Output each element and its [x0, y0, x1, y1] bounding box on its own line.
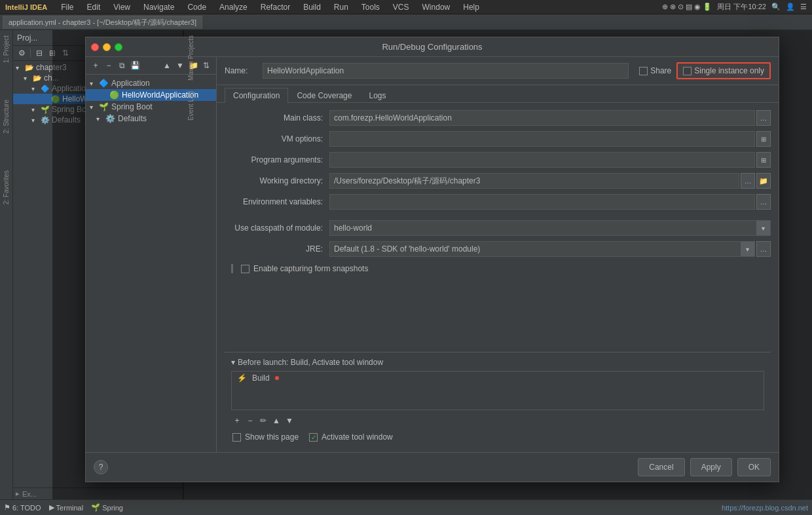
share-checkbox[interactable]	[639, 67, 648, 75]
program-args-expand-btn[interactable]: ⊞	[756, 152, 771, 168]
form-snapshots-label: Enable capturing form snapshots	[253, 264, 368, 273]
search-icon[interactable]: 🔍	[771, 3, 781, 11]
single-instance-checkbox[interactable]	[683, 67, 692, 75]
apply-button[interactable]: Apply	[690, 458, 732, 476]
program-args-row: Program arguments: ⊞	[225, 151, 771, 168]
menu-analyze[interactable]: Analyze	[217, 2, 249, 12]
working-dir-label: Working directory:	[225, 176, 329, 185]
menu-edit[interactable]: Edit	[85, 2, 103, 12]
dialog-footer: ? Cancel Apply OK	[86, 452, 779, 482]
build-icon: ⚡	[237, 373, 247, 383]
classpath-module-select[interactable]: hello-world	[329, 220, 771, 236]
menu-code[interactable]: Code	[185, 2, 208, 12]
classpath-module-select-wrapper: hello-world ▾	[329, 220, 771, 236]
project-tab[interactable]: 1: Project	[1, 30, 11, 68]
move-down-btn[interactable]: ▼	[174, 60, 186, 71]
before-launch-remove-btn[interactable]: −	[244, 415, 256, 427]
menu-icon[interactable]: ☰	[800, 3, 807, 11]
config-item-helloworldapplication[interactable]: 🟢 HelloWorldApplication	[86, 89, 216, 101]
name-input[interactable]	[263, 63, 629, 79]
activate-tool-checkbox[interactable]: ✓	[309, 433, 318, 442]
vm-options-label: VM options:	[225, 134, 329, 143]
vm-options-expand-btn[interactable]: ⊞	[756, 131, 771, 147]
tab-code-coverage[interactable]: Code Coverage	[288, 88, 360, 103]
before-launch-down-btn[interactable]: ▼	[284, 415, 295, 427]
minimize-button[interactable]	[103, 43, 111, 51]
menu-refactor[interactable]: Refactor	[259, 2, 292, 12]
ok-button[interactable]: OK	[737, 458, 771, 476]
maven-projects-tab[interactable]: Maven Projects	[186, 30, 196, 86]
menu-window[interactable]: Window	[420, 2, 452, 12]
activate-tool-label: Activate tool window	[322, 432, 393, 442]
menu-build[interactable]: Build	[301, 2, 323, 12]
config-tabs: Configuration Code Coverage Logs	[217, 85, 779, 103]
menu-view[interactable]: View	[111, 2, 132, 12]
config-item-springboot[interactable]: ▾ 🌱 Spring Boot	[86, 101, 216, 113]
favorites-tab[interactable]: 2: Favorites	[1, 165, 11, 210]
toolbar-collapse-btn[interactable]: ⊟	[33, 47, 45, 59]
jre-browse-btn[interactable]: …	[756, 241, 771, 257]
cancel-button[interactable]: Cancel	[638, 458, 684, 476]
vm-options-input[interactable]	[329, 131, 755, 147]
dialog-overlay: Run/Debug Configurations + − ⧉ 💾 ▲ ▼ 📁	[52, 30, 812, 499]
save-config-btn[interactable]: 💾	[129, 60, 141, 71]
add-config-btn[interactable]: +	[90, 60, 101, 71]
working-dir-browse-btn[interactable]: …	[741, 173, 755, 189]
dialog-title: Run/Debug Configurations	[382, 42, 482, 52]
menu-run[interactable]: Run	[332, 2, 350, 12]
single-instance-label: Single instance only	[694, 66, 764, 75]
close-button[interactable]	[91, 43, 99, 51]
activate-tool-area: ✓ Activate tool window	[309, 432, 393, 442]
terminal-tab[interactable]: ▶ Terminal	[49, 503, 84, 512]
config-form: Main class: … VM options: ⊞ Progra	[217, 103, 779, 452]
toolbar-settings-btn[interactable]: ⚙	[16, 47, 28, 59]
before-launch-add-btn[interactable]: +	[231, 415, 243, 427]
todo-tab[interactable]: ⚑ 6: TODO	[4, 503, 41, 512]
env-vars-input[interactable]	[329, 194, 755, 210]
jre-select[interactable]: Default (1.8 - SDK of 'hello-world' modu…	[329, 241, 755, 257]
name-row: Name: Share Single instance only	[217, 57, 779, 85]
tab-bar: application.yml - chapter3 - [~/Desktop/…	[0, 14, 812, 30]
copy-config-btn[interactable]: ⧉	[116, 60, 128, 71]
working-dir-input[interactable]	[329, 173, 739, 189]
env-vars-browse-btn[interactable]: …	[756, 194, 771, 210]
config-item-application[interactable]: ▾ 🔷 Application	[86, 77, 216, 89]
move-up-btn[interactable]: ▲	[161, 60, 173, 71]
show-page-checkbox[interactable]	[232, 433, 241, 442]
spring-icon: 🌱	[91, 503, 100, 512]
menu-help[interactable]: Help	[461, 2, 481, 12]
event-log-tab[interactable]: Event Log	[186, 86, 196, 126]
structure-tab[interactable]: 2: Structure	[1, 94, 11, 139]
before-launch-up-btn[interactable]: ▲	[270, 415, 282, 427]
menu-file[interactable]: File	[59, 2, 75, 12]
before-launch-section: ▾ Before launch: Build, Activate tool wi…	[225, 352, 771, 429]
before-launch-edit-btn[interactable]: ✏	[257, 415, 269, 427]
program-args-input[interactable]	[329, 152, 755, 168]
working-dir-folder-btn[interactable]: 📁	[756, 173, 771, 189]
sort-btn[interactable]: ⇅	[200, 60, 212, 71]
remove-config-btn[interactable]: −	[103, 60, 115, 71]
menu-navigate[interactable]: Navigate	[141, 2, 176, 12]
config-list: + − ⧉ 💾 ▲ ▼ 📁 ⇅ ▾ 🔷 App	[86, 57, 217, 452]
spring-tab[interactable]: 🌱 Spring	[91, 503, 123, 512]
maximize-button[interactable]	[115, 43, 122, 51]
menu-tools[interactable]: Tools	[360, 2, 382, 12]
spring-label: Spring	[102, 504, 123, 512]
form-snapshots-checkbox[interactable]	[241, 265, 249, 273]
config-item-defaults[interactable]: ▾ ⚙️ Defaults	[86, 113, 216, 124]
main-class-input[interactable]	[329, 110, 755, 126]
tab-configuration[interactable]: Configuration	[225, 88, 288, 103]
tab-logs[interactable]: Logs	[360, 88, 394, 103]
show-page-area: Show this page	[232, 432, 299, 442]
terminal-icon: ▶	[49, 503, 54, 512]
system-icons: ⊕ ⊗ ⊙ ▤ ◉ 🔋	[662, 3, 712, 11]
user-icon: 👤	[786, 3, 795, 11]
before-launch-arrow[interactable]: ▾	[231, 358, 235, 367]
help-button[interactable]: ?	[94, 460, 108, 474]
bottom-bar: ⚑ 6: TODO ▶ Terminal 🌱 Spring https://fo…	[0, 499, 812, 515]
name-field-label: Name:	[225, 66, 257, 75]
menu-vcs[interactable]: VCS	[391, 2, 411, 12]
vm-options-row: VM options: ⊞	[225, 130, 771, 147]
main-class-browse-btn[interactable]: …	[756, 110, 771, 126]
file-tab[interactable]: application.yml - chapter3 - [~/Desktop/…	[3, 16, 202, 29]
